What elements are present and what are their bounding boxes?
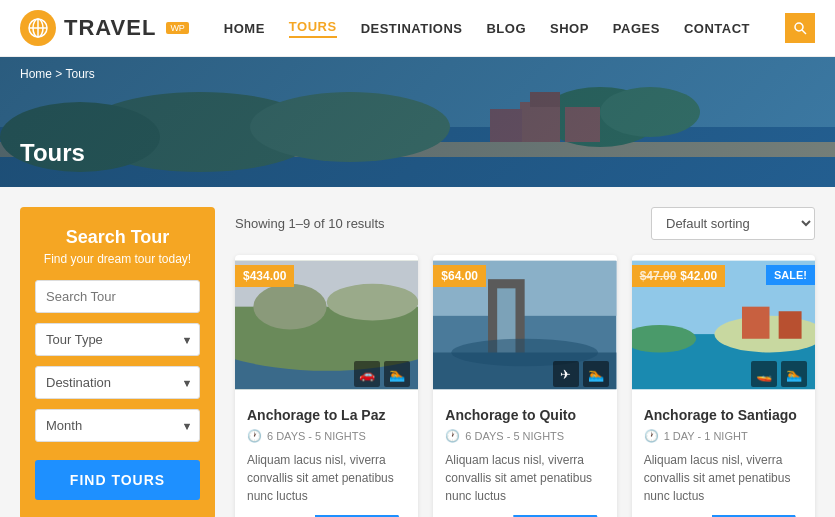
card-body: Anchorage to Santiago 🕐 1 DAY - 1 NIGHT … xyxy=(632,395,815,517)
widget-title: Search Tour xyxy=(35,227,200,248)
find-tours-button[interactable]: FIND TOURS xyxy=(35,460,200,500)
search-button[interactable] xyxy=(785,13,815,43)
results-count: Showing 1–9 of 10 results xyxy=(235,216,385,231)
breadcrumb-home[interactable]: Home xyxy=(20,67,52,81)
boat-icon: 🚤 xyxy=(751,361,777,387)
price-badge: $434.00 xyxy=(235,265,294,287)
nav-shop[interactable]: SHOP xyxy=(550,21,589,36)
surf-icon: 🏊 xyxy=(583,361,609,387)
nav-tours[interactable]: TOURS xyxy=(289,19,337,38)
card-meta: 🕐 6 DAYS - 5 NIGHTS xyxy=(445,429,604,443)
breadcrumb: Home > Tours xyxy=(20,67,95,81)
card-description: Aliquam lacus nisl, viverra convallis si… xyxy=(445,451,604,505)
hero-overlay xyxy=(0,57,835,187)
logo-icon xyxy=(20,10,56,46)
sidebar: Search Tour Find your dream tour today! … xyxy=(20,207,215,517)
clock-icon: 🕐 xyxy=(445,429,460,443)
card-amenity-icons: ✈🏊 xyxy=(553,361,609,387)
sort-select[interactable]: Default sorting Sort by popularity Sort … xyxy=(651,207,815,240)
tour-card: $434.00 🚗🏊 Anchorage to La Paz 🕐 6 DAYS … xyxy=(235,255,418,517)
card-description: Aliquam lacus nisl, viverra convallis si… xyxy=(247,451,406,505)
svg-point-26 xyxy=(327,284,419,321)
hero-section: Home > Tours Tours xyxy=(0,57,835,187)
card-amenity-icons: 🚗🏊 xyxy=(354,361,410,387)
card-image: $434.00 🚗🏊 xyxy=(235,255,418,395)
card-duration: 1 DAY - 1 NIGHT xyxy=(664,430,748,442)
widget-subtitle: Find your dream tour today! xyxy=(35,252,200,266)
surf-icon: 🏊 xyxy=(781,361,807,387)
card-duration: 6 DAYS - 5 NIGHTS xyxy=(267,430,366,442)
header: TRAVELWP HOME TOURS DESTINATIONS BLOG SH… xyxy=(0,0,835,57)
surf-icon: 🏊 xyxy=(384,361,410,387)
clock-icon: 🕐 xyxy=(247,429,262,443)
card-image: $47.00$42.00 SALE! 🚤🏊 xyxy=(632,255,815,395)
tours-grid: $434.00 🚗🏊 Anchorage to La Paz 🕐 6 DAYS … xyxy=(235,255,815,517)
card-meta: 🕐 6 DAYS - 5 NIGHTS xyxy=(247,429,406,443)
plane-icon: ✈ xyxy=(553,361,579,387)
svg-line-5 xyxy=(802,30,806,34)
main-content: Search Tour Find your dream tour today! … xyxy=(0,187,835,517)
card-amenity-icons: 🚤🏊 xyxy=(751,361,807,387)
card-image: $64.00 ✈🏊 xyxy=(433,255,616,395)
destination-wrap: Destination ▾ xyxy=(35,366,200,399)
clock-icon: 🕐 xyxy=(644,429,659,443)
tour-card: $47.00$42.00 SALE! 🚤🏊 Anchorage to Santi… xyxy=(632,255,815,517)
card-body: Anchorage to Quito 🕐 6 DAYS - 5 NIGHTS A… xyxy=(433,395,616,517)
svg-rect-38 xyxy=(742,307,769,339)
nav-home[interactable]: HOME xyxy=(224,21,265,36)
content-area: Showing 1–9 of 10 results Default sortin… xyxy=(235,207,815,517)
card-meta: 🕐 1 DAY - 1 NIGHT xyxy=(644,429,803,443)
nav-destinations[interactable]: DESTINATIONS xyxy=(361,21,463,36)
price-badge: $47.00$42.00 xyxy=(632,265,725,287)
logo-text: TRAVEL xyxy=(64,15,156,41)
tour-type-select[interactable]: Tour Type xyxy=(35,323,200,356)
sale-badge: SALE! xyxy=(766,265,815,285)
page-title: Tours xyxy=(20,139,85,167)
search-widget: Search Tour Find your dream tour today! … xyxy=(20,207,215,517)
month-wrap: Month ▾ xyxy=(35,409,200,442)
card-body: Anchorage to La Paz 🕐 6 DAYS - 5 NIGHTS … xyxy=(235,395,418,517)
logo-wp-badge: WP xyxy=(166,22,189,34)
svg-point-4 xyxy=(795,23,803,31)
card-title: Anchorage to Quito xyxy=(445,407,604,423)
card-description: Aliquam lacus nisl, viverra convallis si… xyxy=(644,451,803,505)
breadcrumb-current: Tours xyxy=(65,67,94,81)
nav-pages[interactable]: PAGES xyxy=(613,21,660,36)
month-select[interactable]: Month xyxy=(35,409,200,442)
main-nav: HOME TOURS DESTINATIONS BLOG SHOP PAGES … xyxy=(224,19,750,38)
nav-contact[interactable]: CONTACT xyxy=(684,21,750,36)
destination-select[interactable]: Destination xyxy=(35,366,200,399)
car-icon: 🚗 xyxy=(354,361,380,387)
search-input[interactable] xyxy=(35,280,200,313)
svg-point-25 xyxy=(253,284,326,330)
content-header: Showing 1–9 of 10 results Default sortin… xyxy=(235,207,815,240)
nav-blog[interactable]: BLOG xyxy=(486,21,526,36)
price-badge: $64.00 xyxy=(433,265,486,287)
svg-rect-39 xyxy=(778,311,801,338)
logo: TRAVELWP xyxy=(20,10,189,46)
card-title: Anchorage to La Paz xyxy=(247,407,406,423)
old-price: $47.00 xyxy=(640,269,677,283)
card-title: Anchorage to Santiago xyxy=(644,407,803,423)
search-icon xyxy=(793,21,807,35)
tour-type-wrap: Tour Type ▾ xyxy=(35,323,200,356)
tour-card: $64.00 ✈🏊 Anchorage to Quito 🕐 6 DAYS - … xyxy=(433,255,616,517)
card-duration: 6 DAYS - 5 NIGHTS xyxy=(465,430,564,442)
